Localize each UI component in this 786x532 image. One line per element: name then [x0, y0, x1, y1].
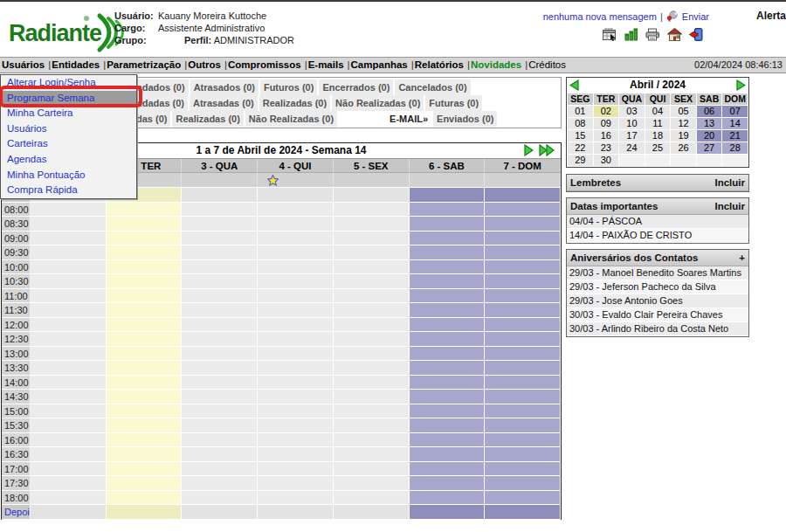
menu-item-e-mails[interactable]: E-mails [308, 59, 344, 70]
slot-5-sex-13-30[interactable] [334, 361, 410, 376]
slot-7-dom-16-30[interactable] [485, 447, 561, 462]
slot-6-sab-15-30[interactable] [410, 418, 486, 433]
mini-cal-day-19[interactable]: 19 [671, 130, 696, 142]
mini-cal-day-30[interactable]: 30 [594, 155, 619, 166]
slot-2-ter-10-30[interactable] [107, 274, 183, 289]
dropdown-item-minha-carteira[interactable]: Minha Carteira [1, 106, 136, 121]
prev-month-icon[interactable] [569, 79, 579, 91]
slot-7-dom-11-00[interactable] [485, 289, 561, 304]
status-chip[interactable]: das (0) [133, 111, 170, 127]
dropdown-item-agendas[interactable]: Agendas [1, 152, 136, 168]
dropdown-item-carteiras[interactable]: Carteiras [1, 136, 136, 152]
slot-6-sab-13-00[interactable] [410, 347, 486, 362]
slot-5-sex-11-30[interactable] [334, 303, 410, 318]
slot-2-ter-14-00[interactable] [107, 376, 183, 390]
slot-6-sab-08-30[interactable] [410, 217, 486, 231]
slot-2-ter-12-00[interactable] [107, 318, 183, 333]
slot-3-qua-11-30[interactable] [182, 303, 258, 318]
alerta-label[interactable]: Alerta [756, 10, 786, 22]
slot-2-ter-12-30[interactable] [107, 332, 183, 347]
slot-2-ter-08-30[interactable] [107, 217, 183, 231]
slot-5-sex-14-00[interactable] [334, 376, 410, 390]
slot-5-sex-09-30[interactable] [334, 245, 410, 260]
mini-cal-day-17[interactable]: 17 [619, 130, 645, 142]
slot-5-sex-10-00[interactable] [334, 260, 410, 275]
slot-3-qua-14-00[interactable] [182, 376, 258, 390]
slot-4-qui-17-30[interactable] [258, 476, 334, 491]
slot-4-qui-13-00[interactable] [258, 347, 334, 362]
mini-cal-day-26[interactable]: 26 [671, 142, 696, 154]
status-chip[interactable]: Atrasadas (0) [190, 95, 258, 111]
time-label-depois[interactable]: Depois [2, 505, 31, 520]
slot-3-qua-08-00[interactable] [182, 203, 258, 218]
slot-6-sab-14-30[interactable] [410, 390, 486, 404]
panel-action-lembretes[interactable]: Incluir [714, 177, 745, 188]
menu-item-creditos[interactable]: Créditos [528, 59, 566, 70]
exit-icon[interactable] [689, 28, 703, 41]
slot-4-qui-09-00[interactable] [258, 231, 334, 246]
dropdown-item-usuarios[interactable]: Usuários [1, 121, 136, 137]
slot-1-seg-10-30[interactable] [31, 274, 107, 289]
slot-7-dom-13-30[interactable] [485, 361, 561, 376]
slot-3-qua-09-00[interactable] [182, 231, 258, 246]
slot-7-dom-10-30[interactable] [485, 274, 561, 289]
slot-3-qua-16-00[interactable] [182, 433, 258, 448]
slot-4-qui-11-30[interactable] [258, 303, 334, 318]
slot-1-seg-18-00[interactable] [31, 491, 107, 506]
mini-cal-day-09[interactable]: 09 [594, 118, 619, 129]
slot-5-sex-13-00[interactable] [334, 347, 410, 362]
status-chip[interactable]: Realizadas (0) [259, 95, 330, 111]
slot-1-seg-13-00[interactable] [31, 347, 107, 362]
slot-6-sab-11-30[interactable] [410, 303, 486, 318]
mini-cal-day-11[interactable]: 11 [645, 118, 671, 129]
slot-5-sex-11-00[interactable] [334, 289, 410, 304]
slot-5-sex-17-30[interactable] [334, 476, 410, 491]
slot-1-seg-11-30[interactable] [31, 303, 107, 318]
slot-4-qui-14-30[interactable] [258, 390, 334, 404]
mini-cal-day-22[interactable]: 22 [568, 142, 593, 154]
slot-6-sab-antes[interactable] [410, 188, 486, 203]
menu-item-campanhas[interactable]: Campanhas [351, 59, 408, 70]
menu-item-parametrizacao[interactable]: Parametrização [107, 59, 181, 70]
jump-forward-icon[interactable] [539, 144, 555, 156]
status-chip[interactable]: Não Realizadas (0) [245, 111, 337, 127]
star-row-3-qua[interactable] [182, 173, 258, 188]
slot-3-qua-17-30[interactable] [182, 476, 258, 491]
mini-cal-day-12[interactable]: 12 [671, 118, 696, 129]
slot-3-qua-08-30[interactable] [182, 217, 258, 231]
slot-1-seg-12-30[interactable] [31, 332, 107, 347]
panel-action-datas-importantes[interactable]: Incluir [714, 201, 745, 211]
status-chip[interactable]: Atrasados (0) [190, 79, 259, 95]
status-chip[interactable]: Futuras (0) [425, 95, 482, 111]
slot-4-qui-08-30[interactable] [258, 217, 334, 231]
slot-1-seg-10-00[interactable] [31, 260, 107, 275]
status-chip[interactable]: ndados (0) [133, 79, 189, 95]
mini-cal-day-01[interactable]: 01 [568, 106, 593, 117]
slot-4-qui-12-30[interactable] [258, 332, 334, 347]
slot-3-qua-10-30[interactable] [182, 274, 258, 289]
mini-cal-day-04[interactable]: 04 [645, 106, 671, 117]
slot-1-seg-17-00[interactable] [31, 462, 107, 477]
dropdown-item-minha-pontuacao[interactable]: Minha Pontuação [1, 168, 136, 183]
slot-5-sex-12-30[interactable] [334, 332, 410, 347]
slot-1-seg-14-30[interactable] [31, 390, 107, 404]
slot-2-ter-18-00[interactable] [107, 491, 183, 506]
slot-6-sab-17-00[interactable] [410, 462, 486, 477]
slot-7-dom-11-30[interactable] [485, 303, 561, 318]
mini-cal-day-18[interactable]: 18 [645, 130, 671, 142]
slot-1-seg-08-30[interactable] [31, 217, 107, 231]
status-chip[interactable]: ndadas (0) [133, 95, 188, 111]
slot-7-dom-15-30[interactable] [485, 418, 561, 433]
slot-1-seg-08-00[interactable] [31, 203, 107, 218]
slot-4-qui-13-30[interactable] [258, 361, 334, 376]
slot-4-qui-18-00[interactable] [258, 491, 334, 506]
star-row-5-sex[interactable] [334, 173, 410, 188]
slot-1-seg-16-30[interactable] [31, 447, 107, 462]
slot-5-sex-16-00[interactable] [334, 433, 410, 448]
slot-7-dom-17-30[interactable] [485, 476, 561, 491]
slot-4-qui-depois[interactable] [258, 505, 334, 520]
mini-cal-day-16[interactable]: 16 [594, 130, 619, 142]
slot-2-ter-17-30[interactable] [107, 476, 183, 491]
no-message-link[interactable]: nenhuma nova mensagem [543, 11, 657, 22]
slot-3-qua-10-00[interactable] [182, 260, 258, 275]
